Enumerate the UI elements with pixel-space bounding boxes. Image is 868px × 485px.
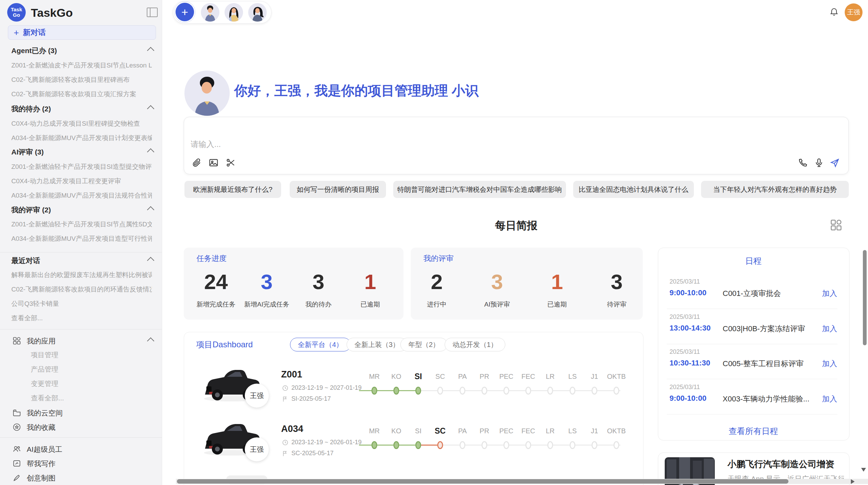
schedule-date: 2025/03/11 <box>670 384 700 391</box>
section-my-review[interactable]: 我的评审 (2) <box>11 205 51 215</box>
chevron-up-icon[interactable] <box>147 47 154 54</box>
scissors-icon[interactable] <box>226 158 236 168</box>
new-chat-button[interactable]: + 新对话 <box>8 25 156 40</box>
chevron-up-icon[interactable] <box>147 105 154 112</box>
sidebar-item-ai-staff[interactable]: AI超级员工 <box>27 445 62 454</box>
chevron-up-icon[interactable] <box>147 148 154 156</box>
sidebar-item-cloud-space[interactable]: 我的云空间 <box>27 408 63 418</box>
schedule-title: 日程 <box>658 256 849 266</box>
chevron-up-icon[interactable] <box>147 337 154 345</box>
divider <box>667 309 837 309</box>
image-icon[interactable] <box>208 158 219 168</box>
schedule-time: 9:00-10:00 <box>670 288 707 297</box>
project-name[interactable]: Z001 <box>281 369 302 380</box>
sidebar-item-change-mgmt[interactable]: 变更管理 <box>31 379 58 388</box>
notifications-bell-icon[interactable] <box>829 7 839 17</box>
suggestion-chip[interactable]: 如何写一份清晰的项目周报 <box>290 181 386 198</box>
add-agent-button[interactable]: + <box>176 3 194 21</box>
sidebar-collapse-icon[interactable] <box>147 8 158 17</box>
section-ai-review[interactable]: AI评审 (3) <box>11 147 44 157</box>
avatar[interactable] <box>201 3 219 22</box>
milestone-label-current: SC <box>435 426 446 436</box>
stat-label: 已逾期 <box>333 300 408 309</box>
sidebar-item-creative-draw[interactable]: 创意制图 <box>27 473 56 483</box>
divider <box>0 329 162 329</box>
section-agent-done[interactable]: Agent已办 (3) <box>11 46 57 55</box>
join-link[interactable]: 加入 <box>822 359 837 369</box>
sidebar-item-project-mgmt[interactable]: 项目管理 <box>31 350 58 360</box>
chevron-up-icon[interactable] <box>147 257 154 264</box>
card-title: 我的评审 <box>423 253 454 264</box>
suggestion-chip[interactable]: 欧洲新规最近颁布了什么? <box>184 181 281 198</box>
schedule-time: 13:00-14:30 <box>670 324 711 333</box>
suggestion-chip[interactable]: 当下年轻人对汽车外观有怎样的喜好趋势 <box>701 181 849 198</box>
view-all-link[interactable]: 查看全部... <box>11 314 152 323</box>
milestone-label: FEC <box>521 373 535 381</box>
clock-icon <box>282 439 289 446</box>
scroll-down-arrow-icon[interactable] <box>861 468 866 472</box>
sidebar-item-favorites[interactable]: 我的收藏 <box>27 423 56 432</box>
divider <box>0 437 162 438</box>
assistant-avatar <box>184 71 230 116</box>
user-avatar[interactable]: 王强 <box>845 3 863 21</box>
sidebar-item-product-mgmt[interactable]: 产品管理 <box>31 365 58 374</box>
horizontal-scrollbar-thumb[interactable] <box>177 479 788 484</box>
list-item[interactable]: 公司Q3轻卡销量 <box>11 299 152 308</box>
milestone-node <box>504 441 509 449</box>
milestone-node-done <box>372 441 377 449</box>
list-item[interactable]: Z001-全新燃油皮卡产品开发项目SI节点Lesson Learn报告 <box>11 61 152 70</box>
list-item[interactable]: A034-全新新能源MUV产品开发项目计划变更表编写 <box>11 134 152 142</box>
suggestion-chip[interactable]: 特朗普可能对进口汽车增税会对中国车企造成哪些影响 <box>393 181 566 198</box>
list-item[interactable]: Z001-全新燃油轻卡产品开发项目SI造型提交物评审 <box>11 162 152 171</box>
milestone-node <box>592 387 598 395</box>
list-item[interactable]: C0X4-动力总成开发项目SI里程碑提交物检查 <box>11 119 152 128</box>
phone-icon[interactable] <box>798 158 808 168</box>
send-icon[interactable] <box>830 158 840 168</box>
divider <box>667 379 837 379</box>
avatar[interactable] <box>225 3 243 22</box>
milestone-tag: SC-2025-05-17 <box>291 450 334 457</box>
section-my-todo[interactable]: 我的待办 (2) <box>11 104 51 114</box>
milestone-label: OKTB <box>607 373 626 381</box>
section-recent-chats[interactable]: 最近对话 <box>11 256 40 265</box>
project-name[interactable]: A034 <box>281 424 303 434</box>
milestone-node <box>526 441 531 449</box>
list-item[interactable]: A034-全新新能源MUV产品开发项目法规符合性评审 <box>11 191 152 200</box>
list-item[interactable]: C0X4-动力总成开发项目工程变更评审 <box>11 177 152 186</box>
avatar[interactable] <box>248 3 267 22</box>
list-item[interactable]: C02-飞腾新能源轻客改款项目立项汇报方案 <box>11 90 152 99</box>
milestone-node <box>482 441 487 449</box>
scroll-right-arrow-icon[interactable] <box>851 479 855 484</box>
favorites-icon <box>12 423 21 432</box>
attachment-icon[interactable] <box>191 158 202 168</box>
microphone-icon[interactable] <box>814 158 824 168</box>
list-item[interactable]: A034-全新新能源MUV产品开发项目造型可行性评审 <box>11 234 152 243</box>
suggestion-chip[interactable]: 比亚迪全固态电池计划具体说了什么 <box>573 181 694 198</box>
news-title: 小鹏飞行汽车制造公司增资 <box>727 458 834 470</box>
list-item[interactable]: 解释最新出台的欧盟报废车法规再生塑料比例被调至15%... <box>11 271 152 279</box>
list-item[interactable]: Z001-全新燃油轻卡产品开发项目SI节点属性5D文件评审 <box>11 220 152 229</box>
tab-all-platform[interactable]: 全新平台（4） <box>290 338 351 351</box>
vertical-scrollbar-thumb[interactable] <box>863 250 867 345</box>
sidebar-item-help-write[interactable]: 帮我写作 <box>27 459 56 469</box>
chat-input[interactable] <box>184 117 849 174</box>
join-link[interactable]: 加入 <box>822 288 837 299</box>
project-dates: 2023-12-19 ~ 2026-01-19 <box>282 439 362 446</box>
date-range: 2023-12-19 ~ 2027-01-19 <box>291 384 362 391</box>
view-all-schedule-link[interactable]: 查看所有日程 <box>658 426 849 437</box>
view-all-link[interactable]: 查看全部... <box>31 394 64 403</box>
project-milestone-tag: SI-2025-05-17 <box>282 395 331 402</box>
chevron-up-icon[interactable] <box>147 206 154 213</box>
layout-grid-icon[interactable] <box>830 219 843 232</box>
tab-powertrain[interactable]: 动总开发（1） <box>445 338 505 351</box>
list-item[interactable]: C02-飞腾新能源轻客改款项目的闭环通告反馈情况 <box>11 285 152 294</box>
tab-year-model[interactable]: 年型（2） <box>400 338 447 351</box>
list-item[interactable]: C02-飞腾新能源轻客改款项目里程碑画布 <box>11 75 152 84</box>
stat-label: 待评审 <box>579 300 654 309</box>
tab-new-body[interactable]: 全新上装（3） <box>347 338 407 351</box>
join-link[interactable]: 加入 <box>822 324 837 334</box>
sidebar-item-my-apps[interactable]: 我的应用 <box>27 336 56 346</box>
write-icon <box>12 459 21 468</box>
milestone-label: PEC <box>499 427 513 435</box>
join-link[interactable]: 加入 <box>822 394 837 404</box>
